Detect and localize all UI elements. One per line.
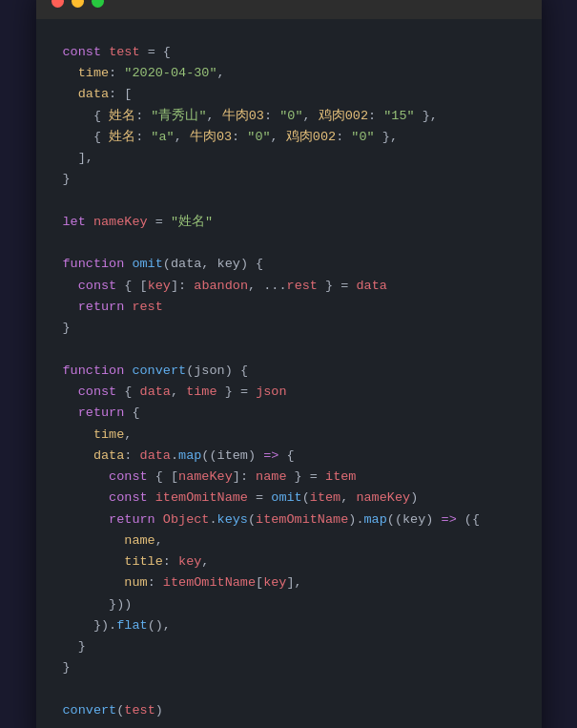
minimize-button[interactable] xyxy=(72,0,84,8)
maximize-button[interactable] xyxy=(92,0,104,8)
close-button[interactable] xyxy=(52,0,64,8)
titlebar xyxy=(36,0,542,19)
code-content: const test = { time: "2020-04-30", data:… xyxy=(36,19,542,728)
code-editor-window: const test = { time: "2020-04-30", data:… xyxy=(36,0,542,728)
